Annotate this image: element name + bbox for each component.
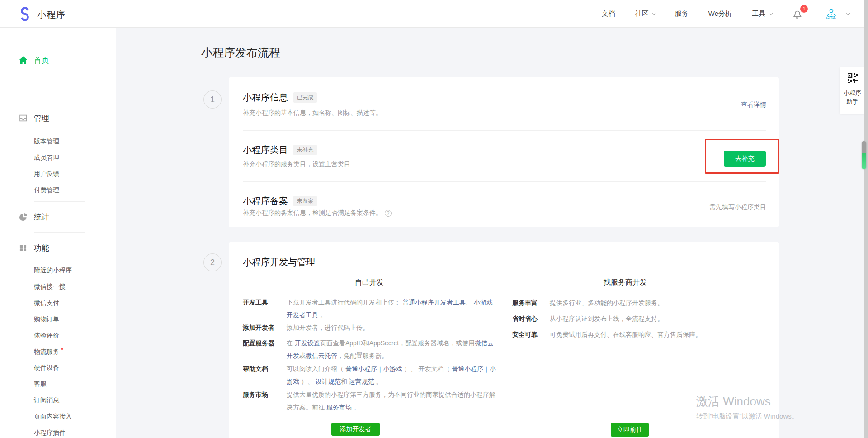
inline-link[interactable]: 普通小程序 xyxy=(452,365,483,372)
inbox-icon xyxy=(18,113,28,123)
view-details-link[interactable]: 查看详情 xyxy=(741,101,766,109)
sidebar-item-members[interactable]: 成员管理 xyxy=(34,154,59,162)
sidebar-item-logistics[interactable]: 物流服务 xyxy=(34,348,63,356)
sidebar-section-manage[interactable]: 管理 xyxy=(0,113,116,124)
avatar-name: kychakr xyxy=(826,17,837,19)
row-desc-category: 补充小程序的服务类目，设置主营类目 xyxy=(243,160,350,168)
dev-row-text: 可以阅读入门介绍（ 普通小程序｜小游戏 ）、 开发文档（ 普通小程序｜小游戏 ）… xyxy=(287,362,497,388)
nav-tools[interactable]: 工具 xyxy=(752,10,772,18)
sidebar-item-feedback[interactable]: 用户反馈 xyxy=(34,170,59,178)
go-now-button[interactable]: 立即前往 xyxy=(611,423,649,437)
step-2-number: 2 xyxy=(203,253,222,271)
miniprogram-assistant-widget[interactable]: 小程序助手 xyxy=(840,67,865,114)
qr-code-icon xyxy=(848,73,858,85)
nav-we-analytics[interactable]: We分析 xyxy=(708,10,732,18)
step-1-number: 1 xyxy=(203,90,222,109)
self-dev-column: 自己开发 开发工具 下载开发者工具进行代码的开发和上传： 普通小程序开发者工具、… xyxy=(243,242,504,438)
row-desc-info: 补充小程序的基本信息，如名称、图标、描述等。 xyxy=(243,109,382,117)
self-dev-header: 自己开发 xyxy=(243,278,496,287)
sidebar-item-home[interactable]: 首页 xyxy=(0,55,116,66)
sidebar-item-subscribe-message[interactable]: 订阅消息 xyxy=(34,396,59,405)
row-title-info: 小程序信息已完成 xyxy=(243,91,317,104)
sidebar-item-orders[interactable]: 购物订单 xyxy=(34,315,59,324)
sidebar-item-search[interactable]: 微信搜一搜 xyxy=(34,283,66,291)
dev-row-text: 下载开发者工具进行代码的开发和上传： 普通小程序开发者工具、 小游戏开发者工具 … xyxy=(287,296,497,321)
inline-link[interactable]: 服务市场 xyxy=(326,404,352,411)
chevron-down-icon[interactable] xyxy=(846,11,850,15)
sidebar-item-page-content[interactable]: 页面内容接入 xyxy=(34,413,72,421)
column-divider xyxy=(504,275,504,432)
provider-header: 找服务商开发 xyxy=(512,278,738,287)
sidebar-item-wechat-pay[interactable]: 微信支付 xyxy=(34,299,59,307)
divider xyxy=(34,232,85,233)
pie-chart-icon xyxy=(18,212,28,222)
inline-link[interactable]: ｜ xyxy=(483,365,490,372)
top-header: 小程序 文档 社区 服务 We分析 工具 1 kychakr xyxy=(0,0,868,28)
help-icon[interactable]: ? xyxy=(385,210,392,217)
grid-icon xyxy=(18,243,28,253)
sidebar-item-payment[interactable]: 付费管理 xyxy=(34,186,59,195)
status-badge-icp: 未备案 xyxy=(293,196,317,206)
divider xyxy=(34,103,85,103)
icp-precondition-note: 需先填写小程序类目 xyxy=(709,203,766,211)
app-logo[interactable]: 小程序 xyxy=(17,6,66,23)
divider xyxy=(243,181,766,182)
inline-link[interactable]: 普通小程序开发者工具 xyxy=(402,299,466,306)
add-developer-button[interactable]: 添加开发者 xyxy=(331,423,380,436)
dev-row-text: 在 开发设置页面查看AppID和AppSecret，配置服务器域名，或使用微信云… xyxy=(287,337,497,362)
inline-link[interactable]: ｜ xyxy=(377,365,383,372)
scrollbar-thumb-green xyxy=(862,153,866,169)
fill-category-button[interactable]: 去补充 xyxy=(724,151,766,167)
nav-services[interactable]: 服务 xyxy=(675,10,689,18)
scrollbar-thumb[interactable] xyxy=(862,141,866,169)
sidebar-item-experience[interactable]: 体验评价 xyxy=(34,332,59,340)
notification-bell-icon[interactable]: 1 xyxy=(792,8,803,20)
sidebar-item-plugins[interactable]: 小程序插件 xyxy=(34,429,66,437)
page: 小程序 文档 社区 服务 We分析 工具 1 kychakr xyxy=(0,0,868,438)
scrollbar-track[interactable] xyxy=(864,0,868,438)
row-desc-icp: 补充小程序的备案信息，检测是否满足备案条件。? xyxy=(243,209,392,217)
row-title-category: 小程序类目未补充 xyxy=(243,144,317,156)
sidebar-item-nearby[interactable]: 附近的小程序 xyxy=(34,267,72,275)
inline-link[interactable]: 开发设置 xyxy=(295,339,320,347)
step-1-card: 小程序信息已完成 补充小程序的基本信息，如名称、图标、描述等。 查看详情 小程序… xyxy=(229,77,779,227)
inline-link[interactable]: 小游戏 xyxy=(383,365,402,372)
top-nav: 文档 社区 服务 We分析 工具 1 kychakr xyxy=(602,0,849,28)
page-title: 小程序发布流程 xyxy=(201,45,280,60)
status-badge-category: 未补充 xyxy=(293,145,317,155)
divider xyxy=(34,201,85,202)
sidebar-section-statistics[interactable]: 统计 xyxy=(0,211,116,222)
nav-community[interactable]: 社区 xyxy=(635,10,655,18)
inline-link[interactable]: 微信云托管 xyxy=(306,352,337,359)
sidebar-item-hardware[interactable]: 硬件设备 xyxy=(34,364,59,372)
sidebar-section-features[interactable]: 功能 xyxy=(0,243,116,253)
sidebar-item-version[interactable]: 版本管理 xyxy=(34,138,59,146)
chevron-down-icon xyxy=(652,11,656,15)
assistant-label: 小程序助手 xyxy=(844,89,861,106)
scrollbar-thumb-gray xyxy=(862,141,866,153)
miniprogram-logo-icon xyxy=(17,6,33,23)
inline-link[interactable]: 普通小程序 xyxy=(345,365,377,372)
provider-row-text: 提供多行业、多功能的小程序开发服务。 xyxy=(550,296,762,309)
step-2-card: 小程序开发与管理 自己开发 开发工具 下载开发者工具进行代码的开发和上传： 普通… xyxy=(229,242,779,438)
sidebar-item-customer-service[interactable]: 客服 xyxy=(34,380,47,388)
home-icon xyxy=(18,55,28,65)
new-dot xyxy=(61,348,63,350)
inline-link[interactable]: 运营规范 xyxy=(349,378,374,385)
chevron-down-icon xyxy=(769,11,773,15)
provider-row-text: 可免费试用后再支付、在线客服响应、官方售后保障。 xyxy=(550,328,762,341)
status-badge-done: 已完成 xyxy=(293,92,317,103)
nav-docs[interactable]: 文档 xyxy=(602,10,615,18)
inline-link[interactable]: 设计规范 xyxy=(316,378,341,385)
provider-row-text: 从小程序认证到发布上线，全流程支持。 xyxy=(550,312,762,325)
dev-row-text: 提供大量优质的小程序第三方服务，为不同行业的商家提供合适的小程序解决方案。前往 … xyxy=(287,388,497,414)
divider xyxy=(845,110,860,110)
avatar[interactable]: kychakr xyxy=(823,6,840,22)
app-logo-text: 小程序 xyxy=(37,9,66,21)
divider xyxy=(243,130,766,131)
service-provider-column: 找服务商开发 服务丰富 提供多行业、多功能的小程序开发服务。 省时省心 从小程序… xyxy=(512,242,766,438)
notification-badge: 1 xyxy=(800,5,808,13)
dev-row-text: 添加开发者，进行代码上传。 xyxy=(287,321,497,334)
sidebar: 首页 管理 版本管理 成员管理 用户反馈 付费管理 统计 功能 附近的小程序 xyxy=(0,28,116,438)
row-title-icp: 小程序备案未备案 xyxy=(243,195,317,207)
